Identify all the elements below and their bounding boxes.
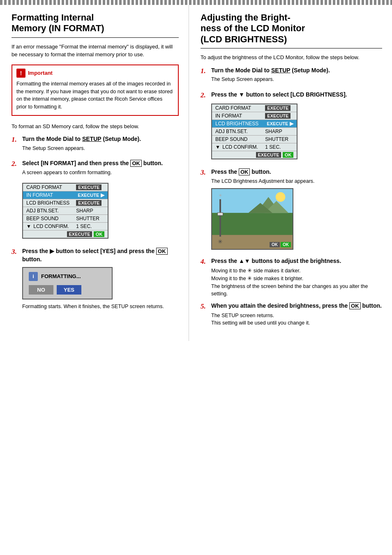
right-column: Adjusting the Bright- ness of the LCD Mo… — [189, 5, 392, 341]
lcd-ok-green: OK — [281, 242, 291, 247]
table-row: EXECUTE OK — [23, 230, 108, 239]
slider-top-icon: ✳ — [219, 193, 222, 198]
table-row: BEEP SOUND SHUTTER — [23, 215, 108, 223]
table-row: ▼ LCD CONFIRM. 1 SEC. — [23, 223, 108, 230]
right-step-5-number: 5. — [201, 302, 210, 311]
left-step-1-content: Turn the Mode Dial to SETUP (Setup Mode)… — [22, 135, 179, 155]
right-menu-table-inner: CARD FORMAT EXECUTE IN FORMAT EXECUTE LC… — [211, 104, 297, 159]
left-menu-table-inner: CARD FORMAT EXECUTE IN FORMAT EXECUTE▶ L… — [22, 183, 108, 239]
right-step-2: 2. Press the ▼ button to select [LCD BRI… — [201, 91, 382, 164]
right-step-3-title: Press the OK button. — [211, 168, 382, 176]
left-step-3-number: 3. — [12, 247, 21, 256]
left-step-2-number: 2. — [12, 159, 21, 168]
left-title: Formatting Internal Memory (IN FORMAT) — [12, 12, 179, 34]
right-step-1-title: Turn the Mode Dial to SETUP (Setup Mode)… — [211, 67, 382, 75]
right-step-1-sub: The Setup Screen appears. — [211, 76, 382, 83]
important-body-text: Formatting the internal memory erases al… — [16, 80, 174, 111]
right-step-4-sub: Moving it to the ✳ side makes it darker.… — [211, 267, 382, 298]
right-step-5-content: When you attain the desired brightness, … — [211, 302, 382, 327]
main-layout: Formatting Internal Memory (IN FORMAT) I… — [0, 5, 392, 341]
lcd-ok-buttons: OK OK — [270, 242, 291, 247]
table-row: EXECUTE OK — [212, 151, 297, 159]
right-step-4-title: Press the ▲▼ buttons to adjust the brigh… — [211, 257, 382, 265]
right-menu-table: CARD FORMAT EXECUTE IN FORMAT EXECUTE LC… — [211, 104, 297, 159]
right-step-3-sub: The LCD Brightness Adjustment bar appear… — [211, 178, 382, 185]
table-row: ▼ LCD CONFIRM. 1 SEC. — [212, 143, 297, 151]
right-step-5-sub: The SETUP screen returns. This setting w… — [211, 312, 382, 327]
table-row: BEEP SOUND SHUTTER — [212, 136, 297, 143]
left-step-2: 2. Select [IN FORMAT] and then press the… — [12, 159, 179, 243]
formatting-dialog-header: i FORMATTING... — [29, 272, 106, 281]
important-icon: ! — [16, 69, 25, 78]
important-header: ! Important — [16, 69, 174, 78]
formatting-buttons: NO YES — [29, 285, 106, 295]
right-intro: To adjust the brightness of the LCD Moni… — [201, 53, 382, 62]
table-row: IN FORMAT EXECUTE▶ — [23, 191, 108, 199]
left-step-1-sub: The Setup Screen appears. — [22, 145, 179, 152]
table-row: CARD FORMAT EXECUTE — [23, 183, 108, 191]
section-divider-left — [12, 37, 179, 38]
left-step-2-title: Select [IN FORMAT] and then press the OK… — [22, 159, 179, 168]
section-divider-right — [201, 48, 382, 48]
right-step-4: 4. Press the ▲▼ buttons to adjust the br… — [201, 257, 382, 298]
important-box: ! Important Formatting the internal memo… — [12, 64, 179, 116]
formatting-label: FORMATTING... — [41, 273, 81, 279]
slider-bottom-icon: ✳ — [218, 238, 223, 245]
brightness-slider: ✳ ✳ — [216, 193, 224, 245]
right-step-2-content: Press the ▼ button to select [LCD BRIGHT… — [211, 91, 382, 164]
right-step-5-title: When you attain the desired brightness, … — [211, 302, 382, 310]
right-step-3: 3. Press the OK button. The LCD Brightne… — [201, 168, 382, 253]
left-step-3-content: Press the ▶ button to select [YES] and p… — [22, 247, 179, 310]
left-menu-table: CARD FORMAT EXECUTE IN FORMAT EXECUTE▶ L… — [22, 183, 108, 239]
important-label: Important — [28, 70, 53, 76]
table-row: LCD BRIGHTNESS EXECUTE — [23, 199, 108, 207]
right-step-3-number: 3. — [201, 168, 210, 177]
formatting-icon: i — [29, 272, 38, 281]
lcd-ok-label: OK — [270, 242, 280, 247]
slider-track — [219, 199, 221, 237]
right-step-2-number: 2. — [201, 91, 210, 100]
formatting-dialog: i FORMATTING... NO YES — [22, 267, 113, 299]
left-step-1: 1. Turn the Mode Dial to SETUP (Setup Mo… — [12, 135, 179, 155]
right-title: Adjusting the Bright- ness of the LCD Mo… — [201, 12, 382, 45]
table-row: IN FORMAT EXECUTE — [212, 112, 297, 120]
format-start-text: Formatting starts. When it finishes, the… — [22, 303, 179, 311]
table-row: CARD FORMAT EXECUTE — [212, 104, 297, 112]
right-step-4-content: Press the ▲▼ buttons to adjust the brigh… — [211, 257, 382, 298]
svg-point-6 — [276, 192, 286, 202]
lcd-brightness-image: ✳ ✳ OK OK — [211, 188, 293, 250]
right-step-3-content: Press the OK button. The LCD Brightness … — [211, 168, 382, 253]
no-button[interactable]: NO — [29, 285, 53, 295]
left-step-2-content: Select [IN FORMAT] and then press the OK… — [22, 159, 179, 243]
left-step-1-number: 1. — [12, 135, 21, 144]
left-step-2-sub: A screen appears to confirm formatting. — [22, 169, 179, 177]
yes-button[interactable]: YES — [57, 285, 81, 295]
right-step-2-title: Press the ▼ button to select [LCD BRIGHT… — [211, 91, 382, 99]
right-step-1: 1. Turn the Mode Dial to SETUP (Setup Mo… — [201, 67, 382, 87]
left-step-1-title: Turn the Mode Dial to SETUP (Setup Mode)… — [22, 135, 179, 143]
right-step-1-number: 1. — [201, 67, 210, 76]
sd-intro-text: To format an SD Memory card, follow the … — [12, 122, 179, 131]
table-row: ADJ BTN.SET. SHARP — [212, 128, 297, 136]
left-intro-text: If an error message "Format the internal… — [12, 43, 179, 59]
right-step-1-content: Turn the Mode Dial to SETUP (Setup Mode)… — [211, 67, 382, 87]
table-row: ADJ BTN.SET. SHARP — [23, 207, 108, 215]
right-step-4-number: 4. — [201, 257, 210, 266]
right-step-5: 5. When you attain the desired brightnes… — [201, 302, 382, 327]
table-row: LCD BRIGHTNESS EXECUTE▶ — [212, 120, 297, 128]
left-step-3-title: Press the ▶ button to select [YES] and p… — [22, 247, 179, 263]
slider-handle — [217, 212, 223, 216]
top-decorative-border — [0, 0, 392, 5]
left-column: Formatting Internal Memory (IN FORMAT) I… — [0, 5, 189, 341]
left-step-3: 3. Press the ▶ button to select [YES] an… — [12, 247, 179, 310]
